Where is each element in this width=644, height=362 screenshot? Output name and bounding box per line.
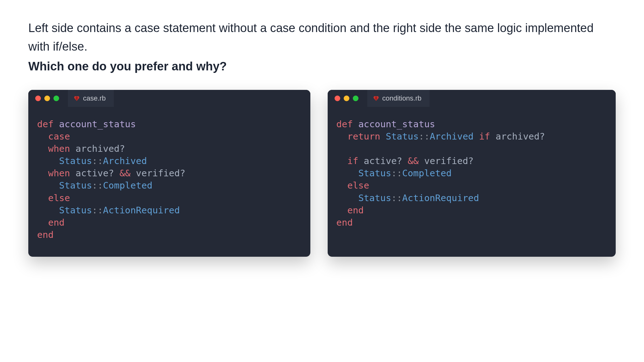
tab-right[interactable]: conditions.rb bbox=[367, 90, 430, 107]
keyword-end: end bbox=[37, 229, 53, 240]
close-icon[interactable] bbox=[35, 96, 41, 101]
window-titlebar-left: case.rb bbox=[28, 90, 310, 107]
tab-label-left: case.rb bbox=[83, 94, 106, 102]
double-colon: :: bbox=[92, 180, 103, 191]
traffic-lights bbox=[35, 96, 59, 101]
minimize-icon[interactable] bbox=[344, 96, 349, 101]
ruby-icon bbox=[74, 95, 80, 101]
const-archived: Archived bbox=[103, 156, 147, 166]
const-completed: Completed bbox=[103, 180, 153, 191]
window-titlebar-right: conditions.rb bbox=[328, 90, 616, 107]
double-colon: :: bbox=[92, 156, 103, 166]
const-completed: Completed bbox=[402, 168, 452, 178]
method-name: account_status bbox=[358, 119, 435, 129]
double-colon: :: bbox=[419, 131, 430, 142]
ident-verified: verified? bbox=[136, 168, 185, 178]
method-name: account_status bbox=[59, 119, 136, 129]
ident-archived: archived? bbox=[496, 131, 545, 142]
double-colon: :: bbox=[92, 205, 103, 216]
minimize-icon[interactable] bbox=[44, 96, 50, 101]
keyword-end: end bbox=[347, 205, 364, 216]
keyword-when: when bbox=[48, 143, 70, 154]
code-window-left: case.rb def account_status case when arc… bbox=[28, 90, 310, 257]
code-body-right: def account_status return Status::Archiv… bbox=[328, 107, 616, 244]
maximize-icon[interactable] bbox=[353, 96, 358, 101]
traffic-lights bbox=[335, 96, 358, 101]
ruby-icon bbox=[373, 95, 379, 101]
ident-archived: archived? bbox=[75, 143, 125, 154]
keyword-return: return bbox=[347, 131, 380, 142]
const-archived: Archived bbox=[430, 131, 474, 142]
close-icon[interactable] bbox=[335, 96, 340, 101]
keyword-else: else bbox=[347, 180, 369, 191]
const-status: Status bbox=[358, 168, 391, 178]
keyword-when: when bbox=[48, 168, 70, 178]
description-text: Left side contains a case statement with… bbox=[28, 19, 616, 56]
const-status: Status bbox=[59, 180, 92, 191]
keyword-end: end bbox=[336, 217, 353, 228]
keyword-def: def bbox=[37, 119, 53, 129]
operator-and: && bbox=[119, 168, 130, 178]
keyword-else: else bbox=[48, 193, 70, 203]
const-status: Status bbox=[386, 131, 419, 142]
code-panels: case.rb def account_status case when arc… bbox=[28, 90, 616, 257]
ident-active: active? bbox=[364, 156, 402, 166]
tab-left[interactable]: case.rb bbox=[68, 90, 114, 107]
double-colon: :: bbox=[391, 168, 402, 178]
operator-and: && bbox=[408, 156, 419, 166]
const-status: Status bbox=[59, 156, 92, 166]
question-text: Which one do you prefer and why? bbox=[28, 57, 616, 76]
tab-label-right: conditions.rb bbox=[382, 94, 422, 102]
keyword-if: if bbox=[347, 156, 358, 166]
code-body-left: def account_status case when archived? S… bbox=[28, 107, 310, 257]
maximize-icon[interactable] bbox=[53, 96, 59, 101]
code-window-right: conditions.rb def account_status return … bbox=[328, 90, 616, 257]
keyword-end: end bbox=[48, 217, 64, 228]
ident-active: active? bbox=[75, 168, 114, 178]
double-colon: :: bbox=[391, 193, 402, 203]
const-status: Status bbox=[59, 205, 92, 216]
const-status: Status bbox=[358, 193, 391, 203]
keyword-case: case bbox=[48, 131, 70, 142]
keyword-if: if bbox=[479, 131, 490, 142]
const-actionrequired: ActionRequired bbox=[402, 193, 479, 203]
keyword-def: def bbox=[336, 119, 353, 129]
const-actionrequired: ActionRequired bbox=[103, 205, 180, 216]
ident-verified: verified? bbox=[424, 156, 474, 166]
